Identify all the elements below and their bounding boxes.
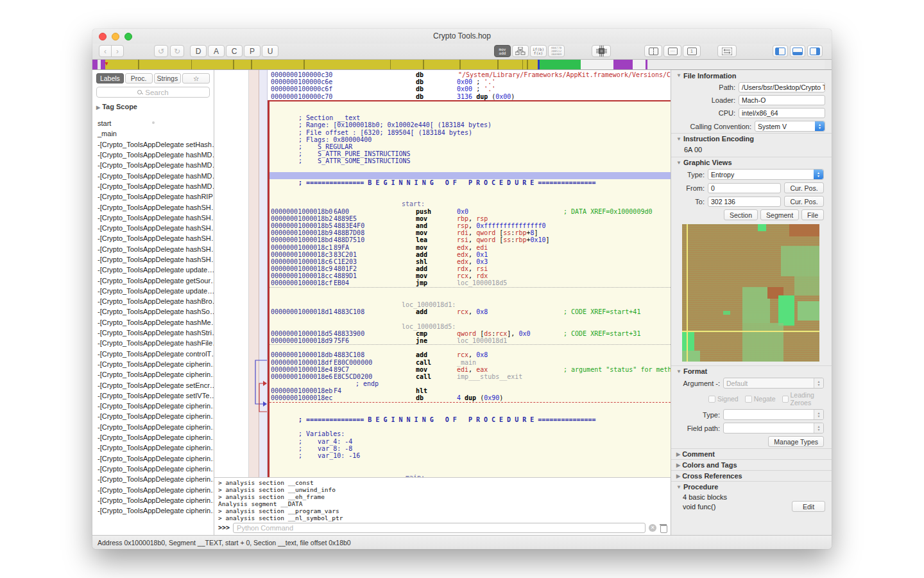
argument-format-select[interactable]: Default▲▼	[723, 378, 824, 389]
back-button[interactable]: ‹	[99, 45, 112, 57]
from-cur-pos-button[interactable]: Cur. Pos.	[784, 182, 824, 193]
sidebar-label-item[interactable]: -[Crypto_ToolsAppDelegate controlT…	[92, 349, 214, 359]
nav-segment[interactable]	[528, 60, 538, 69]
asm-line[interactable]	[270, 402, 671, 409]
asm-line[interactable]: _main:	[270, 474, 671, 478]
asm-line[interactable]	[270, 344, 671, 351]
undefine-button[interactable]: U	[262, 45, 278, 57]
nav-strip[interactable]: ▾	[92, 59, 832, 70]
sidebar-label-item[interactable]: -[Crypto_ToolsAppDelegate hashSH…	[92, 223, 214, 233]
nav-segment[interactable]	[305, 60, 389, 69]
nav-segment[interactable]	[105, 60, 139, 69]
nav-segment[interactable]	[252, 60, 304, 69]
sidebar-label-item[interactable]: -[Crypto_ToolsAppDelegate cipherin…	[92, 359, 214, 369]
asm-line[interactable]	[270, 164, 671, 171]
asm-line[interactable]	[270, 287, 671, 294]
asm-line[interactable]: ; var_8: -8	[270, 445, 671, 452]
forward-button[interactable]: ›	[111, 45, 124, 57]
asm-line[interactable]: 0000000100000c6fdb0x00 ; '.'	[270, 85, 671, 92]
sidebar-label-item[interactable]: -[Crypto_ToolsAppDelegate cipherin…	[92, 401, 214, 411]
cpu-button[interactable]	[592, 45, 611, 57]
sidebar-label-item[interactable]: -[Crypto_ToolsAppDelegate hashMD…	[92, 181, 214, 191]
tab-strings[interactable]: Strings	[154, 73, 182, 83]
asm-line[interactable]: 00000001000018e6E8C5CD0200callimp___stub…	[270, 373, 671, 380]
display-options-button[interactable]	[717, 45, 737, 57]
asm-line[interactable]: 00000001000018b54883E4F0andrsp, 0xffffff…	[270, 222, 671, 229]
asm-line[interactable]: 00000001000018b06A00push0x0; DATA XREF=0…	[270, 208, 671, 215]
from-input[interactable]: 0	[708, 183, 781, 193]
asm-line[interactable]	[270, 315, 671, 322]
sidebar-label-item[interactable]: -[Crypto_ToolsAppDelegate cipherin…	[92, 495, 214, 505]
entropy-view[interactable]	[682, 224, 819, 362]
asm-line[interactable]: 00000001000018bd488D7510learsi, qword [s…	[270, 236, 671, 243]
sidebar-label-item[interactable]: -[Crypto_ToolsAppDelegate cipherin…	[92, 474, 214, 484]
tag-scope-row[interactable]: ▶Tag Scope	[92, 100, 214, 112]
nav-segment[interactable]	[461, 60, 498, 69]
sidebar-label-item[interactable]: -[Crypto_ToolsAppDelegate cipherin…	[92, 442, 214, 453]
field-path-select[interactable]: ▲▼	[723, 423, 824, 434]
asm-line[interactable]: loc_1000018d5:	[270, 323, 671, 330]
asm-line[interactable]: 0000000100000c6edb0x00 ; '.'	[270, 78, 671, 85]
sidebar-label-item[interactable]: -[Crypto_ToolsAppDelegate cipherin…	[92, 369, 214, 380]
section-comment[interactable]: ▶Comment	[671, 448, 832, 459]
to-cur-pos-button[interactable]: Cur. Pos.	[784, 196, 824, 207]
assembly-view[interactable]: 0000000100000c30db"/System/Library/Frame…	[214, 70, 671, 477]
asm-line[interactable]: ; Range: [0x1000018b0; 0x10002e440[ (183…	[270, 121, 671, 128]
nav-segment[interactable]	[192, 60, 232, 69]
toggle-bottom-panel-button[interactable]	[790, 45, 805, 57]
section-file-information[interactable]: ▼File Information	[671, 70, 832, 81]
asm-line[interactable]	[270, 423, 671, 430]
manage-types-button[interactable]: Manage Types	[768, 436, 824, 447]
asm-line[interactable]: ; S_REGULAR	[270, 143, 671, 150]
search-input[interactable]: Search	[96, 87, 210, 98]
sidebar-label-item[interactable]: -[Crypto_ToolsAppDelegate update…	[92, 286, 214, 296]
asm-line[interactable]: ; S_ATTR_PURE_INSTRUCTIONS	[270, 150, 671, 157]
asm-line[interactable]: ; =============== B E G I N N I N G O F …	[270, 179, 671, 186]
toggle-right-panel-button[interactable]	[807, 45, 823, 57]
sidebar-label-item[interactable]: -[Crypto_ToolsAppDelegate setHash…	[92, 139, 214, 150]
code-button[interactable]: C	[226, 45, 243, 57]
sidebar-label-item[interactable]: -[Crypto_ToolsAppDelegate hashSo…	[92, 306, 214, 317]
clear-console-icon[interactable]: ✕	[649, 524, 656, 532]
section-instruction-encoding[interactable]: ▼Instruction Encoding	[671, 133, 832, 144]
asm-line[interactable]: loc_1000018d1:	[270, 301, 671, 308]
sidebar-label-item[interactable]: _main	[92, 128, 214, 139]
sidebar-label-item[interactable]: -[Crypto_ToolsAppDelegate hashSH…	[92, 202, 214, 212]
nav-segment[interactable]	[647, 60, 825, 69]
tab-labels[interactable]: Labels	[96, 73, 124, 83]
asm-line[interactable]	[270, 459, 671, 466]
asm-line[interactable]	[270, 186, 671, 193]
nav-segment[interactable]	[391, 60, 423, 69]
sidebar-label-item[interactable]: -[Crypto_ToolsAppDelegate hashSH…	[92, 254, 214, 265]
sidebar-label-item[interactable]: -[Crypto_ToolsAppDelegate hashRIP…	[92, 191, 214, 202]
asm-line[interactable]: 0000000100000c70db3136 dup (0x00)	[270, 93, 671, 100]
assembly-view-button[interactable]: movadd	[494, 45, 511, 57]
ascii-button[interactable]: A	[208, 45, 225, 57]
tab-proc[interactable]: Proc.	[125, 73, 153, 83]
trash-icon[interactable]	[660, 523, 667, 532]
hex-view-button[interactable]: 48877B38B5123BA9B9	[548, 45, 565, 57]
sidebar-label-item[interactable]: -[Crypto_ToolsAppDelegate cipherin…	[92, 464, 214, 474]
sidebar-label-item[interactable]: -[Crypto_ToolsAppDelegate hashSH…	[92, 244, 214, 254]
to-input[interactable]: 302 136	[708, 197, 781, 207]
asm-line[interactable]: 00000001000018dfE80C000000call_main	[270, 359, 671, 366]
section-colors-and-tags[interactable]: ▶Colors and Tags	[671, 459, 832, 470]
sidebar-label-item[interactable]: -[Crypto_ToolsAppDelegate hashSH…	[92, 213, 214, 223]
asm-line[interactable]: start:	[270, 200, 671, 207]
asm-line[interactable]	[270, 294, 671, 301]
asm-line[interactable]: ; File offset : [6320; 189504[ (183184 b…	[270, 129, 671, 136]
nav-segment[interactable]	[499, 60, 522, 69]
asm-line[interactable]: 00000001000018d548833900cmpqword [ds:rcx…	[270, 330, 671, 337]
asm-line[interactable]	[270, 172, 671, 179]
asm-line[interactable]: 00000001000018cfEB04jmploc_1000018d5	[270, 279, 671, 286]
section-cross-references[interactable]: ▶Cross References	[671, 470, 832, 481]
asm-line[interactable]: ; Flags: 0x80000400	[270, 136, 671, 143]
asm-line[interactable]: 00000001000018c383C201addedx, 0x1	[270, 251, 671, 258]
asm-line[interactable]	[270, 466, 671, 473]
asm-line[interactable]: ; =============== B E G I N N I N G O F …	[270, 416, 671, 423]
single-column-button[interactable]: 1	[683, 45, 701, 57]
redo-button[interactable]: ↻	[170, 45, 184, 57]
calling-convention-select[interactable]: System V▲▼	[755, 121, 825, 132]
asm-line[interactable]: ; S_ATTR_SOME_INSTRUCTIONS	[270, 157, 671, 164]
asm-line[interactable]: 00000001000018ebF4hlt	[270, 387, 671, 394]
